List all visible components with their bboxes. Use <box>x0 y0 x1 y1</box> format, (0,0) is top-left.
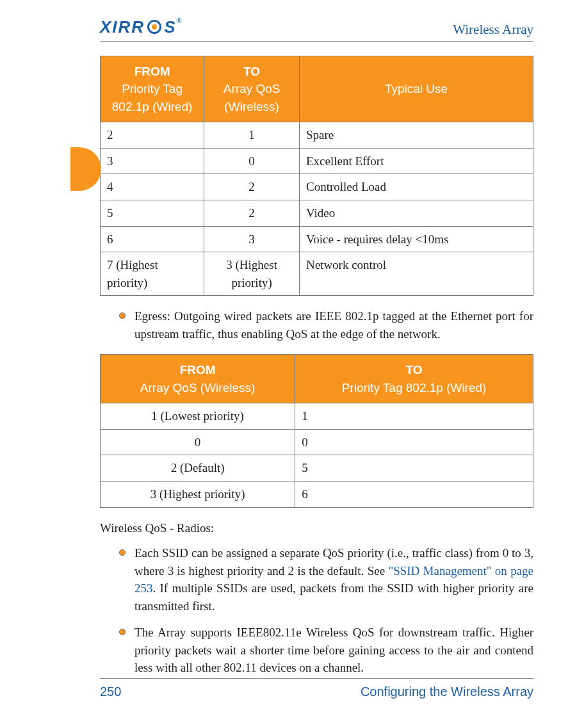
cell-from: 5 <box>101 200 204 226</box>
bullet-icon <box>119 549 126 556</box>
cell-to: 3 (Highest priority) <box>204 252 300 296</box>
cell-to: 5 <box>295 455 533 481</box>
egress-text: Egress: Outgoing wired packets are IEEE … <box>134 307 533 343</box>
qos-egress-table: FROM Array QoS (Wireless) TO Priority Ta… <box>100 354 533 507</box>
cell-to: 1 <box>204 122 300 149</box>
section-heading: Wireless QoS - Radios: <box>100 519 533 537</box>
table2-header-from-strong: FROM <box>106 361 289 379</box>
cell-use: Spare <box>299 122 533 149</box>
cell-from: 6 <box>101 226 204 252</box>
logo-icon <box>147 20 161 34</box>
table1-header-to-sub: Array QoS (Wireless) <box>223 82 280 113</box>
qos-ingress-table: FROM Priority Tag 802.1p (Wired) TO Arra… <box>100 56 533 296</box>
cell-to: 3 <box>204 226 300 252</box>
cell-to: 6 <box>295 481 533 507</box>
table2-header-to-strong: TO <box>300 361 528 379</box>
cell-to: 2 <box>204 174 300 200</box>
ieee80211e-text: The Array supports IEEE802.11e Wireless … <box>134 624 533 677</box>
cell-from: 4 <box>101 174 204 200</box>
table1-header-to: TO Array QoS (Wireless) <box>204 56 300 122</box>
table1-header-use-label: Typical Use <box>385 82 448 95</box>
table1-header-from-sub: Priority Tag 802.1p (Wired) <box>112 82 193 113</box>
table-row: 3 0 Excellent Effort <box>101 148 533 174</box>
cell-from: 2 <box>101 122 204 149</box>
cell-to: 2 <box>204 200 300 226</box>
table2-header-to-sub: Priority Tag 802.1p (Wired) <box>342 381 487 394</box>
table1-header-from-strong: FROM <box>106 63 199 81</box>
table1-header-from: FROM Priority Tag 802.1p (Wired) <box>101 56 204 122</box>
table2-header-from: FROM Array QoS (Wireless) <box>101 355 295 403</box>
cell-use: Video <box>299 200 533 226</box>
footer: 250 Configuring the Wireless Array <box>100 678 533 701</box>
table-row: 0 0 <box>101 429 533 455</box>
cell-use: Controlled Load <box>299 174 533 200</box>
table-row: 6 3 Voice - requires delay <10ms <box>101 226 533 252</box>
table-row: 1 (Lowest priority) 1 <box>101 403 533 430</box>
cell-use: Network control <box>299 252 533 296</box>
table-row: 2 (Default) 5 <box>101 455 533 481</box>
list-item: Each SSID can be assigned a separate QoS… <box>119 544 533 615</box>
table-row: 2 1 Spare <box>101 122 533 149</box>
table-row: 5 2 Video <box>101 200 533 226</box>
cell-from: 2 (Default) <box>101 455 295 481</box>
page-number: 250 <box>100 683 121 701</box>
table1-header-to-strong: TO <box>209 63 294 81</box>
cell-to: 1 <box>295 403 533 430</box>
doc-title: Wireless Array <box>453 20 533 39</box>
table1-header-use: Typical Use <box>299 56 533 122</box>
cell-to: 0 <box>204 148 300 174</box>
table-row: 4 2 Controlled Load <box>101 174 533 200</box>
cell-from: 7 (Highest priority) <box>101 252 204 296</box>
logo-text-right: S <box>164 15 176 40</box>
footer-title: Configuring the Wireless Array <box>361 683 533 701</box>
list-item: Egress: Outgoing wired packets are IEEE … <box>119 307 533 343</box>
table2-header-to: TO Priority Tag 802.1p (Wired) <box>295 355 533 403</box>
bullet-icon <box>119 629 126 635</box>
cell-from: 1 (Lowest priority) <box>101 403 295 430</box>
ssid-bullet-text: Each SSID can be assigned a separate QoS… <box>134 544 533 615</box>
logo: XIRR S ® <box>100 15 183 40</box>
bullet-icon <box>119 312 126 319</box>
list-item: The Array supports IEEE802.11e Wireless … <box>119 624 533 677</box>
table-row: 3 (Highest priority) 6 <box>101 481 533 507</box>
header-bar: XIRR S ® Wireless Array <box>100 15 533 42</box>
cell-from: 0 <box>101 429 295 455</box>
table-row: 7 (Highest priority) 3 (Highest priority… <box>101 252 533 296</box>
ssid-text-post: . If multiple SSIDs are used, packets fr… <box>134 581 533 613</box>
logo-registered: ® <box>176 16 181 26</box>
cell-from: 3 (Highest priority) <box>101 481 295 507</box>
cell-use: Excellent Effort <box>299 148 533 174</box>
logo-text-left: XIRR <box>100 15 145 40</box>
cell-to: 0 <box>295 429 533 455</box>
table2-header-from-sub: Array QoS (Wireless) <box>140 381 255 394</box>
cell-use: Voice - requires delay <10ms <box>299 226 533 252</box>
cell-from: 3 <box>101 148 204 174</box>
